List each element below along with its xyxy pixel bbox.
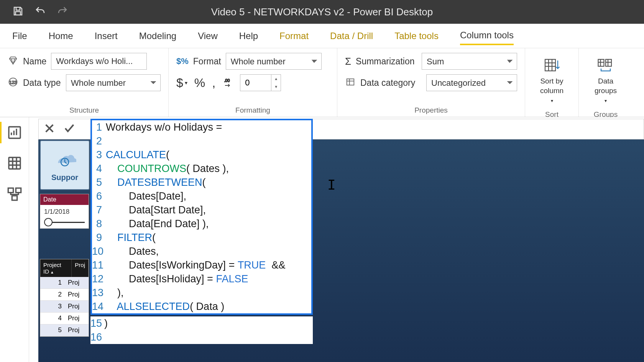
editor-line[interactable]: 3CALCULATE( <box>92 148 311 162</box>
editor-line[interactable]: 4 COUNTROWS( Dates ), <box>92 162 311 175</box>
tab-table-tools[interactable]: Table tools <box>394 28 439 44</box>
decimal-button[interactable]: .00 <box>222 77 233 88</box>
tab-help[interactable]: Help <box>239 28 258 44</box>
support-tile[interactable]: Suppor <box>40 140 90 190</box>
structure-group-label: Structure <box>8 104 161 115</box>
formatting-group-label: Formatting <box>176 104 329 115</box>
save-icon[interactable] <box>12 5 24 18</box>
project-table[interactable]: Project ID▲ Proj 1Proj2Proj3Proj4Proj5Pr… <box>40 259 89 337</box>
svg-rect-5 <box>598 59 604 66</box>
format-label: Format <box>193 56 221 67</box>
table-row[interactable]: 1Proj <box>40 277 89 289</box>
tab-view[interactable]: View <box>198 28 218 44</box>
code-content[interactable]: ), <box>106 286 124 300</box>
code-content[interactable]: Dates[Date], <box>106 189 186 203</box>
code-content[interactable]: Workdays w/o Holidays = <box>106 120 225 134</box>
thousands-separator-button[interactable]: , <box>212 76 215 90</box>
dax-editor[interactable]: 1Workdays w/o Holidays = 23CALCULATE(4 C… <box>90 119 313 315</box>
date-slicer[interactable]: Date 1/1/2018 <box>40 194 89 229</box>
code-content[interactable]: DATESBETWEEN( <box>106 175 206 189</box>
line-number: 6 <box>92 189 106 203</box>
report-view-button[interactable] <box>7 125 22 140</box>
summarization-select[interactable]: Sum <box>422 53 517 70</box>
editor-line[interactable]: 5 DATESBETWEEN( <box>92 175 311 189</box>
line-number: 13 <box>92 286 106 300</box>
tab-file[interactable]: File <box>12 28 27 44</box>
format-icon: $% <box>176 56 189 66</box>
code-content[interactable]: COUNTROWS( Dates ), <box>106 162 229 175</box>
dax-editor-overflow[interactable]: 15)16 <box>90 316 313 344</box>
editor-line[interactable]: 6 Dates[Date], <box>92 189 311 203</box>
datatype-icon: 123 <box>8 77 18 89</box>
code-content[interactable]: ) <box>104 316 108 330</box>
table-row[interactable]: 3Proj <box>40 301 89 313</box>
code-content[interactable]: CALCULATE( <box>106 148 169 162</box>
date-slicer-value[interactable]: 1/1/2018 <box>40 205 89 219</box>
datatype-select[interactable]: Whole number <box>66 74 161 91</box>
code-content[interactable]: Dates[IsHoliday] = FALSE <box>106 272 248 286</box>
table-header-proj[interactable]: Proj <box>72 259 89 277</box>
table-row[interactable]: 2Proj <box>40 289 89 301</box>
line-number: 4 <box>92 162 106 175</box>
model-view-button[interactable] <box>7 186 22 201</box>
tab-home[interactable]: Home <box>49 28 73 44</box>
editor-line[interactable]: 11 Dates[IsWorkingDay] = TRUE && <box>92 258 311 272</box>
summarization-label: Summarization <box>356 56 417 67</box>
svg-rect-10 <box>16 188 21 193</box>
tab-format[interactable]: Format <box>279 28 309 44</box>
line-number: 14 <box>92 300 106 313</box>
editor-line[interactable]: 2 <box>92 134 311 148</box>
editor-line[interactable]: 14 ALLSELECTED( Data ) <box>92 300 311 313</box>
tab-data-drill[interactable]: Data / Drill <box>330 28 373 44</box>
canvas-area: Suppor Date 1/1/2018 Project ID▲ Proj 1P… <box>0 117 644 362</box>
decimals-spinner[interactable]: ▲▼ <box>240 74 281 91</box>
code-content[interactable]: Data[Start Date], <box>106 203 206 217</box>
percent-button[interactable]: % <box>194 76 205 90</box>
code-content[interactable]: FILTER( <box>106 231 156 244</box>
slider-handle[interactable] <box>44 218 53 226</box>
spin-up[interactable]: ▲ <box>271 75 281 83</box>
svg-text:.00: .00 <box>224 78 230 83</box>
editor-line[interactable]: 10 Dates, <box>92 244 311 258</box>
editor-line[interactable]: 15) <box>90 316 313 330</box>
svg-rect-4 <box>545 59 555 71</box>
table-row[interactable]: 4Proj <box>40 313 89 324</box>
code-content[interactable]: Dates[IsWorkingDay] = TRUE && <box>106 258 285 272</box>
editor-line[interactable]: 7 Data[Start Date], <box>92 203 311 217</box>
table-row[interactable]: 5Proj <box>40 324 89 336</box>
name-input[interactable] <box>51 53 147 70</box>
editor-line[interactable]: 16 <box>90 330 313 344</box>
currency-button[interactable]: $▾ <box>176 76 187 90</box>
svg-rect-9 <box>8 188 13 193</box>
properties-group-label: Properties <box>345 104 517 115</box>
datacategory-label: Data category <box>360 78 422 88</box>
tab-insert[interactable]: Insert <box>95 28 118 44</box>
tab-modeling[interactable]: Modeling <box>139 28 176 44</box>
line-number: 15 <box>90 316 104 330</box>
undo-icon[interactable] <box>34 5 46 18</box>
code-content[interactable]: Data[End Date] ), <box>106 217 209 231</box>
editor-line[interactable]: 8 Data[End Date] ), <box>92 217 311 231</box>
redo-icon[interactable] <box>57 5 68 18</box>
code-content[interactable]: Dates, <box>106 244 159 258</box>
code-content[interactable]: ALLSELECTED( Data ) <box>106 300 224 313</box>
sort-by-column-button[interactable]: Sort bycolumn ▾ <box>533 53 571 108</box>
date-slicer-slider[interactable] <box>40 219 89 228</box>
decimals-input[interactable] <box>240 75 271 91</box>
tab-column-tools[interactable]: Column tools <box>460 27 514 45</box>
spin-down[interactable]: ▼ <box>271 83 281 91</box>
editor-line[interactable]: 13 ), <box>92 286 311 300</box>
format-select[interactable]: Whole number <box>226 53 322 70</box>
table-header-project-id[interactable]: Project ID▲ <box>40 259 72 277</box>
datacategory-select[interactable]: Uncategorized <box>426 74 517 91</box>
commit-formula-icon[interactable] <box>63 122 76 136</box>
data-view-button[interactable] <box>7 156 22 171</box>
ribbon-tab-strip: File Home Insert Modeling View Help Form… <box>0 24 644 48</box>
summarization-icon: Σ <box>345 56 351 67</box>
cancel-formula-icon[interactable] <box>43 122 56 136</box>
editor-line[interactable]: 1Workdays w/o Holidays = <box>92 120 311 134</box>
editor-line[interactable]: 9 FILTER( <box>92 231 311 244</box>
data-groups-button[interactable]: Datagroups ▾ <box>586 53 625 108</box>
editor-line[interactable]: 12 Dates[IsHoliday] = FALSE <box>92 272 311 286</box>
name-label: Name <box>23 56 46 67</box>
